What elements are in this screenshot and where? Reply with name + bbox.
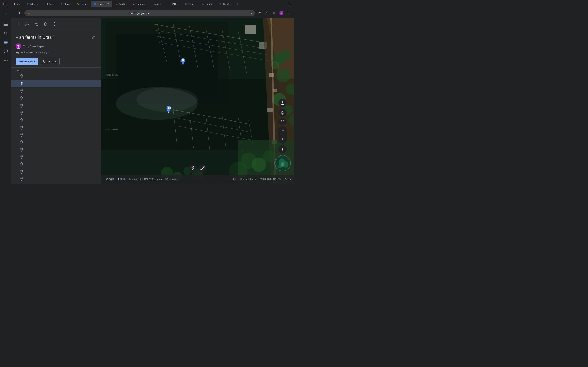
imagery-attribution: CNES / Air... [165,178,178,180]
tab-favicon-googleg: G [184,3,187,6]
new-feature-btn[interactable]: New feature ▾ [16,58,38,65]
menu-btn[interactable] [2,20,10,29]
map-canvas [101,18,294,184]
list-item[interactable] [11,109,101,117]
svg-rect-3 [4,5,6,5]
tab-https4[interactable]: B https:... [57,1,74,7]
list-item[interactable] [11,175,101,183]
tab-close-fish[interactable]: ✕ [107,3,110,6]
pin-icon [20,125,24,130]
tab-hace[interactable]: H HACE... [164,1,182,7]
list-item[interactable] [11,95,101,102]
zoom-out-btn[interactable]: − [279,127,286,134]
measure-btn[interactable] [2,56,10,64]
zoom-in-btn[interactable]: + [279,135,286,143]
svg-point-38 [21,126,22,127]
list-item[interactable] [11,117,101,124]
back-nav-btn[interactable]: ← [2,10,8,16]
svg-point-11 [4,32,6,34]
bookmark-btn[interactable]: ☆ [264,10,269,16]
list-item[interactable] [11,139,101,146]
address-bar[interactable]: 🔒 earth.google.com ↻ [25,10,255,16]
feature-list[interactable] [11,68,101,184]
tab-favicon-signa: Ab [77,3,79,6]
tab-signa[interactable]: Ab Signa... [74,1,91,7]
add-collaborator-btn[interactable] [24,20,31,28]
svg-text:Y: Y [281,12,282,14]
draw-path-btn[interactable] [199,164,207,172]
list-item[interactable] [11,146,101,153]
svg-line-12 [6,34,7,35]
pin-icon [20,96,24,100]
more-panel-options-btn[interactable] [51,20,58,28]
map-pin-2[interactable] [166,106,172,113]
reload-btn[interactable]: ↻ [17,10,23,16]
extensions-btn[interactable]: ⠿ [271,10,277,16]
list-item[interactable] [11,102,101,109]
map-controls: 3D − + [274,99,291,171]
more-options-btn[interactable]: ⋮ [286,10,292,16]
tab-favicon-https2: B [26,3,29,6]
list-item[interactable] [11,73,101,80]
forward-nav-btn[interactable]: → [10,10,16,16]
list-item[interactable] [11,168,101,175]
layers-btn[interactable] [2,38,10,47]
edit-title-btn[interactable] [90,34,97,41]
tab-googleg[interactable]: G Googl... [182,1,199,7]
profile-btn[interactable]: Y [278,10,284,16]
tab-label-super: super... [154,3,162,5]
data-btn[interactable] [2,47,10,55]
feature-group-toggle[interactable] [11,68,101,73]
search-sidebar-btn[interactable] [2,29,10,38]
tab-label-youtube: YouTu... [119,3,127,5]
elevation: 252 m [285,178,291,180]
map-pin-1[interactable] [180,58,186,65]
three-d-btn[interactable]: 3D [278,118,286,125]
zoom-dot-icon [118,178,119,180]
svg-rect-8 [4,23,8,24]
tab-error[interactable]: E Error... [8,1,24,7]
map-bottom-bar: Google 100% Imagery date: 04/02/2021–new… [101,175,294,184]
tab-newyou[interactable]: ▶ New Y... [130,1,147,7]
tab-favicon-error: E [10,3,13,6]
list-item[interactable] [11,80,101,87]
zoom-controls: − + [278,126,287,143]
list-item[interactable] [11,131,101,139]
tab-https2[interactable]: B https:... [24,1,40,7]
svg-rect-81 [273,89,277,92]
svg-rect-0 [3,3,4,5]
map-container[interactable]: © 2021 Google © 2021 Google [101,18,294,184]
tab-favicon-google2: G [219,3,222,6]
draw-point-btn[interactable] [189,164,197,172]
tab-https3[interactable]: B https:... [41,1,57,7]
tab-search-btn[interactable]: ⠿ [287,1,292,7]
street-view-btn[interactable] [278,99,287,107]
compass-btn[interactable] [278,145,287,153]
delete-btn[interactable] [42,20,49,28]
user-row: Yzzy Swearingen [16,43,97,49]
list-item[interactable] [11,124,101,131]
panel-back-btn[interactable] [15,20,22,28]
svg-point-41 [21,149,22,150]
list-item[interactable] [11,161,101,168]
globe-thumbnail[interactable] [274,155,291,171]
tab-favicon-newyou: ▶ [132,3,135,6]
list-item[interactable] [11,87,101,95]
list-item[interactable] [11,153,101,161]
tab-courser[interactable]: W Cours... [199,1,216,7]
present-btn[interactable]: Present [40,58,60,65]
tab-youtube[interactable]: ▶ YouTu... [112,1,130,7]
tab-super[interactable]: S super... [148,1,164,7]
new-tab-btn[interactable]: + [234,1,240,7]
browser-controls: ← → ↻ 🔒 earth.google.com ↻ ☆ ⠿ Y ⋮ [0,8,294,18]
tab-google2[interactable]: G Googl... [216,1,233,7]
undo-btn[interactable] [33,20,40,28]
scale-line [221,179,231,179]
share-btn[interactable] [256,10,262,16]
sidebar-toggle-btn[interactable] [2,1,7,7]
tab-fish[interactable]: Fish F... ✕ [91,1,112,7]
list-item[interactable] [11,183,101,184]
imagery-date: Imagery date: 04/02/2021–newer [129,178,162,180]
google-logo: Google [104,177,114,181]
my-location-btn[interactable] [278,109,287,117]
